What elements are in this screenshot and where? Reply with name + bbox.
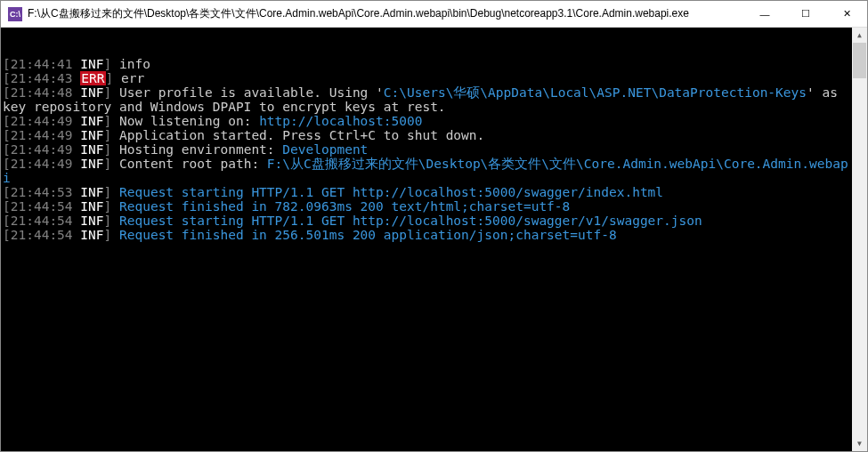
log-line: [21:44:53 INF] Request starting HTTP/1.1… bbox=[3, 185, 850, 199]
window-title: F:\从C盘搬移过来的文件\Desktop\各类文件\文件\Core.Admin… bbox=[28, 6, 744, 21]
bracket-close: ] bbox=[104, 114, 119, 128]
separator bbox=[73, 214, 81, 228]
log-message-segment: Application started. Press Ctrl+C to shu… bbox=[119, 128, 484, 142]
bracket-close: ] bbox=[104, 85, 119, 100]
level-inf-badge: INF bbox=[80, 57, 103, 71]
level-inf-badge: INF bbox=[80, 157, 103, 171]
log-line: [21:44:49 INF] Application started. Pres… bbox=[3, 128, 850, 142]
level-inf-badge: INF bbox=[80, 199, 103, 214]
bracket-close: ] bbox=[104, 142, 119, 157]
bracket-close: ] bbox=[104, 57, 119, 71]
log-line: [21:44:49 INF] Hosting environment: Deve… bbox=[3, 142, 850, 157]
console-window: C:\ F:\从C盘搬移过来的文件\Desktop\各类文件\文件\Core.A… bbox=[0, 0, 868, 452]
level-err-badge: ERR bbox=[80, 71, 105, 85]
log-line: [21:44:49 INF] Now listening on: http://… bbox=[3, 114, 850, 128]
scroll-up-arrow[interactable]: ▲ bbox=[852, 28, 867, 43]
log-message-segment: User profile is available. Using ' bbox=[119, 85, 384, 100]
console-content: [21:44:41 INF] info[21:44:43 ERR] err[21… bbox=[3, 57, 865, 242]
bracket-open: [ bbox=[3, 85, 11, 100]
level-inf-badge: INF bbox=[80, 114, 103, 128]
log-line: [21:44:54 INF] Request starting HTTP/1.1… bbox=[3, 214, 850, 228]
log-message-segment: Request finished in 782.0963ms 200 text/… bbox=[119, 199, 570, 214]
vertical-scrollbar[interactable]: ▲ ▼ bbox=[852, 28, 867, 451]
bracket-close: ] bbox=[104, 157, 119, 171]
log-message-segment: info bbox=[119, 57, 150, 71]
log-line: [21:44:54 INF] Request finished in 256.5… bbox=[3, 228, 850, 242]
bracket-open: [ bbox=[3, 157, 11, 171]
level-inf-badge: INF bbox=[80, 228, 103, 242]
level-inf-badge: INF bbox=[80, 128, 103, 142]
log-line: [21:44:48 INF] User profile is available… bbox=[3, 85, 850, 114]
separator bbox=[73, 57, 81, 71]
bracket-close: ] bbox=[104, 214, 119, 228]
log-message-segment: Now listening on: bbox=[119, 114, 259, 128]
bracket-open: [ bbox=[3, 57, 11, 71]
bracket-close: ] bbox=[104, 185, 119, 199]
log-message-segment: Hosting environment: bbox=[119, 142, 282, 157]
timestamp: 21:44:48 bbox=[11, 85, 73, 100]
separator bbox=[73, 157, 81, 171]
timestamp: 21:44:49 bbox=[11, 114, 73, 128]
bracket-open: [ bbox=[3, 71, 11, 85]
minimize-button[interactable]: — bbox=[744, 1, 785, 28]
separator bbox=[73, 185, 81, 199]
separator bbox=[73, 71, 81, 85]
titlebar[interactable]: C:\ F:\从C盘搬移过来的文件\Desktop\各类文件\文件\Core.A… bbox=[1, 1, 867, 28]
separator bbox=[73, 128, 81, 142]
log-line: [21:44:41 INF] info bbox=[3, 57, 850, 71]
log-line: [21:44:49 INF] Content root path: F:\从C盘… bbox=[3, 157, 850, 185]
maximize-button[interactable]: ☐ bbox=[785, 1, 826, 28]
scroll-down-arrow[interactable]: ▼ bbox=[852, 436, 867, 451]
scrollbar-thumb[interactable] bbox=[853, 43, 866, 78]
log-message-segment: C:\Users\华硕\AppData\Local\ASP.NET\DataPr… bbox=[384, 85, 807, 100]
log-message-segment: Content root path: bbox=[119, 157, 267, 171]
timestamp: 21:44:53 bbox=[11, 185, 73, 199]
log-line: [21:44:54 INF] Request finished in 782.0… bbox=[3, 199, 850, 214]
log-message-segment: Request starting HTTP/1.1 GET http://loc… bbox=[119, 185, 663, 199]
timestamp: 21:44:43 bbox=[11, 71, 73, 85]
bracket-open: [ bbox=[3, 228, 11, 242]
log-line: [21:44:43 ERR] err bbox=[3, 71, 850, 85]
bracket-open: [ bbox=[3, 199, 11, 214]
bracket-close: ] bbox=[104, 228, 119, 242]
window-controls: — ☐ ✕ bbox=[744, 1, 867, 28]
timestamp: 21:44:49 bbox=[11, 142, 73, 157]
log-message-segment: Request finished in 256.501ms 200 applic… bbox=[119, 228, 617, 242]
level-inf-badge: INF bbox=[80, 85, 103, 100]
bracket-open: [ bbox=[3, 114, 11, 128]
bracket-close: ] bbox=[104, 128, 119, 142]
level-inf-badge: INF bbox=[80, 142, 103, 157]
bracket-close: ] bbox=[106, 71, 121, 85]
timestamp: 21:44:49 bbox=[11, 128, 73, 142]
log-message-segment: Development bbox=[282, 142, 368, 157]
separator bbox=[73, 85, 81, 100]
bracket-open: [ bbox=[3, 185, 11, 199]
timestamp: 21:44:49 bbox=[11, 157, 73, 171]
console-output[interactable]: [21:44:41 INF] info[21:44:43 ERR] err[21… bbox=[1, 28, 867, 451]
log-message-segment: Request starting HTTP/1.1 GET http://loc… bbox=[119, 214, 702, 228]
separator bbox=[73, 142, 81, 157]
timestamp: 21:44:54 bbox=[11, 199, 73, 214]
log-message-segment: err bbox=[121, 71, 144, 85]
bracket-close: ] bbox=[104, 199, 119, 214]
timestamp: 21:44:54 bbox=[11, 228, 73, 242]
timestamp: 21:44:54 bbox=[11, 214, 73, 228]
level-inf-badge: INF bbox=[80, 185, 103, 199]
timestamp: 21:44:41 bbox=[11, 57, 73, 71]
separator bbox=[73, 114, 81, 128]
separator bbox=[73, 228, 81, 242]
separator bbox=[73, 199, 81, 214]
level-inf-badge: INF bbox=[80, 214, 103, 228]
log-message-segment: http://localhost:5000 bbox=[259, 114, 422, 128]
close-button[interactable]: ✕ bbox=[826, 1, 867, 28]
bracket-open: [ bbox=[3, 142, 11, 157]
app-icon: C:\ bbox=[8, 7, 22, 21]
bracket-open: [ bbox=[3, 214, 11, 228]
bracket-open: [ bbox=[3, 128, 11, 142]
